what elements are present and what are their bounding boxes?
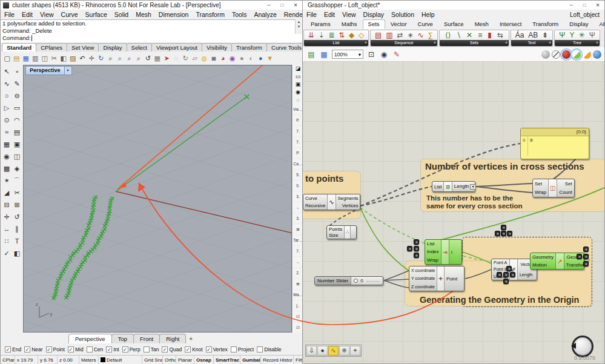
close-button[interactable]: ✕ xyxy=(591,1,604,10)
ribbon-expand-icon[interactable]: + xyxy=(549,40,551,46)
port-point[interactable]: Point xyxy=(446,276,457,282)
point-display-component[interactable]: Points Size ∴ xyxy=(326,225,357,239)
freeform-tool-icon[interactable]: ≈ xyxy=(2,127,12,139)
ribbon-expand-icon[interactable]: + xyxy=(505,40,507,46)
toolbar-tab-select[interactable]: Select xyxy=(127,43,152,51)
list-item-icon[interactable]: ⇣ xyxy=(319,31,325,39)
number-slider[interactable]: Number Slider 0 xyxy=(314,276,383,285)
checkbox-icon[interactable] xyxy=(257,346,263,352)
chamfer-tool-icon[interactable]: ◢ xyxy=(2,187,12,199)
disabled-preview-icon[interactable] xyxy=(552,50,560,59)
list-length-component[interactable]: List ≣ Length▾ xyxy=(432,181,475,192)
checkbox-icon[interactable]: ✓ xyxy=(106,346,112,352)
paste-icon[interactable]: ▨ xyxy=(68,53,78,64)
gh-menu-file[interactable]: File xyxy=(303,11,320,18)
insert-items-icon[interactable]: ⇊ xyxy=(308,31,314,39)
connector-cluster-1[interactable] xyxy=(503,279,509,284)
gh-tab-surface[interactable]: Surface xyxy=(438,19,469,29)
maximize-button[interactable]: □ xyxy=(276,1,289,10)
gh-tab-vector[interactable]: Vector xyxy=(385,19,412,29)
minimize-button[interactable]: ─ xyxy=(262,1,276,10)
gh-tab-mesh[interactable]: Mesh xyxy=(469,19,494,29)
rhino-menu-file[interactable]: File xyxy=(1,11,18,18)
concatenate-icon[interactable]: AB xyxy=(528,31,538,39)
ribbon-expand-icon[interactable]: + xyxy=(596,40,598,46)
slider-knob[interactable] xyxy=(354,279,358,283)
zoom-fit-icon[interactable]: ⊡ xyxy=(366,50,376,59)
export-icon[interactable]: ◫ xyxy=(40,53,50,64)
text-tool-icon[interactable]: T xyxy=(12,236,22,248)
prune-tree-icon[interactable]: Ψ xyxy=(589,31,595,39)
connector-cluster-1[interactable] xyxy=(503,272,509,277)
ribbon-expand-icon[interactable]: + xyxy=(365,40,367,46)
status-x-19-79[interactable]: x 19.79 xyxy=(15,356,38,364)
render-preview-icon[interactable]: ● xyxy=(256,53,266,64)
characters-icon[interactable]: Áa xyxy=(515,31,524,39)
toolbar-tab-visibility[interactable]: Visibility xyxy=(202,43,232,51)
join-tool-icon[interactable]: ⊞ xyxy=(12,199,22,211)
array-tool-icon[interactable]: ∷ xyxy=(2,236,12,248)
ellipse-tool-icon[interactable]: ⊖ xyxy=(12,90,22,102)
checkbox-icon[interactable]: ✓ xyxy=(68,346,74,352)
osnap-mid[interactable]: ✓Mid xyxy=(68,346,84,352)
partition-list-icon[interactable]: ◇ xyxy=(359,31,364,39)
create-set-icon[interactable]: ⟨⟩ xyxy=(445,31,451,39)
rectangle-tool-icon[interactable]: ▭ xyxy=(12,102,22,114)
scroll-up-icon[interactable]: ▲ xyxy=(296,19,302,24)
status-cplane[interactable]: CPlane xyxy=(1,356,15,364)
port-length[interactable]: Length▾ xyxy=(454,184,476,190)
connector-cluster-0[interactable] xyxy=(507,231,512,236)
connector-cluster-0[interactable] xyxy=(501,225,506,230)
cylinder-tool-icon[interactable]: ◫ xyxy=(12,151,22,163)
zoom-window-icon[interactable]: ⌕ xyxy=(115,53,125,64)
gh-menu-solution[interactable]: Solution xyxy=(388,11,418,18)
minimize-button[interactable]: ─ xyxy=(564,1,578,10)
list-item-component[interactable]: List Index Wrap ⇥ i xyxy=(425,239,462,265)
paint-tool-icon[interactable]: ◧ xyxy=(12,248,22,260)
checkbox-icon[interactable]: ✓ xyxy=(46,346,52,352)
perspective-viewport[interactable]: zy Perspective ▾ xyxy=(23,65,292,333)
port-segments[interactable]: Segments xyxy=(338,196,359,201)
box-tool-icon[interactable]: ▣ xyxy=(12,139,22,151)
port-recursive[interactable]: Recursive xyxy=(305,203,325,208)
view-tab-top[interactable]: Top xyxy=(111,334,134,343)
status-default[interactable]: Default xyxy=(99,356,142,364)
gh-menu-display[interactable]: Display xyxy=(360,11,388,18)
cut-icon[interactable]: ✂ xyxy=(50,53,59,64)
gh-tab-intersect[interactable]: Intersect xyxy=(494,19,527,29)
gh-canvas[interactable]: Number of vertices in cross sections Thi… xyxy=(303,61,604,363)
toolbar-tab-set-view[interactable]: Set View xyxy=(67,43,99,51)
custom-preview-icon[interactable] xyxy=(583,50,591,59)
status-meters[interactable]: Meters xyxy=(79,356,99,364)
port-y[interactable]: Y coordinate xyxy=(411,276,435,280)
connector-cluster-1[interactable] xyxy=(506,266,512,271)
rotate-view-icon[interactable]: ↺ xyxy=(144,53,153,64)
graft-tree-icon[interactable]: Y xyxy=(569,31,574,39)
circle-tool-icon[interactable]: ○ xyxy=(2,90,12,102)
checkbox-icon[interactable]: ✓ xyxy=(185,346,191,352)
rhino-menu-transform[interactable]: Transform xyxy=(192,11,228,18)
toolbar-tab-curve-tools[interactable]: Curve Tools xyxy=(266,43,306,51)
rhino-menu-mesh[interactable]: Mesh xyxy=(132,11,155,18)
shaded-preview-icon[interactable] xyxy=(572,50,581,59)
slider-track[interactable]: 0 xyxy=(351,277,383,285)
status-record-histor[interactable]: Record Histor xyxy=(261,356,294,364)
osnap-perp[interactable]: ✓Perp xyxy=(122,346,141,352)
status-ortho[interactable]: Ortho xyxy=(163,356,176,364)
rhino-menu-curve[interactable]: Curve xyxy=(58,11,82,18)
mesh-tool-icon[interactable]: ▩ xyxy=(2,163,12,175)
widgets-icon[interactable]: ✦ xyxy=(350,346,360,356)
slider-label[interactable]: Number Slider xyxy=(315,277,351,285)
boolean-tool-icon[interactable]: ◈ xyxy=(12,163,22,175)
osnap-end[interactable]: ✓End xyxy=(5,346,21,352)
sphere-tool-icon[interactable]: ◉ xyxy=(2,151,12,163)
rhino-menu-dimension[interactable]: Dimension xyxy=(155,11,193,18)
open-folder-icon[interactable]: ▤ xyxy=(12,53,22,64)
gh-tab-curve[interactable]: Curve xyxy=(412,19,438,29)
toolbar-tab-standard[interactable]: Standard xyxy=(2,43,36,51)
lock-icon[interactable]: ◙ xyxy=(209,53,219,64)
zoom-selected-icon[interactable]: ⌕ xyxy=(134,53,144,64)
surface-corner-tool-icon[interactable]: ▤ xyxy=(12,127,22,139)
move-tool-icon[interactable]: ✛ xyxy=(2,211,12,223)
copy-icon[interactable]: ◧ xyxy=(59,53,68,64)
